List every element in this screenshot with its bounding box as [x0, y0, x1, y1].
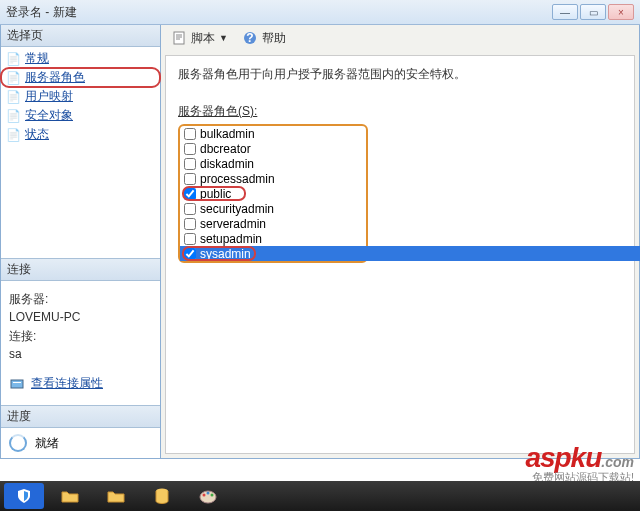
page-icon: 📄: [5, 127, 21, 143]
window-buttons: — ▭ ×: [552, 4, 634, 20]
svg-rect-2: [174, 32, 184, 44]
role-public[interactable]: public: [180, 186, 366, 201]
role-checkbox[interactable]: [184, 173, 196, 185]
nav-general-label: 常规: [25, 50, 49, 67]
svg-point-8: [207, 492, 210, 495]
nav-general[interactable]: 📄 常规: [1, 49, 160, 68]
role-name: serveradmin: [200, 217, 266, 231]
role-checkbox[interactable]: [184, 248, 196, 260]
progress-header: 进度: [1, 405, 160, 428]
nav-user-mapping[interactable]: 📄 用户映射: [1, 87, 160, 106]
content-panel: 服务器角色用于向用户授予服务器范围内的安全特权。 服务器角色(S): bulka…: [165, 55, 635, 454]
taskbar-shield-icon[interactable]: [4, 483, 44, 509]
role-checkbox[interactable]: [184, 203, 196, 215]
role-dbcreator[interactable]: dbcreator: [180, 141, 366, 156]
view-connection-link[interactable]: 查看连接属性: [9, 375, 152, 392]
role-processadmin[interactable]: processadmin: [180, 171, 366, 186]
role-name: securityadmin: [200, 202, 274, 216]
progress-circle-icon: [9, 434, 27, 452]
taskbar-folder-icon[interactable]: [50, 483, 90, 509]
nav-server-roles[interactable]: 📄 服务器角色: [1, 68, 160, 87]
role-bulkadmin[interactable]: bulkadmin: [180, 126, 366, 141]
nav-user-mapping-label: 用户映射: [25, 88, 73, 105]
role-checkbox[interactable]: [184, 158, 196, 170]
help-button[interactable]: ? 帮助: [242, 30, 286, 47]
svg-point-7: [203, 494, 206, 497]
role-name: public: [200, 187, 231, 201]
dropdown-icon: ▼: [219, 33, 228, 43]
right-pane: 脚本 ▼ ? 帮助 服务器角色用于向用户授予服务器范围内的安全特权。 服务器角色…: [161, 25, 639, 458]
role-checkbox[interactable]: [184, 188, 196, 200]
svg-rect-1: [13, 382, 21, 383]
taskbar: [0, 481, 640, 511]
role-checkbox[interactable]: [184, 233, 196, 245]
role-name: bulkadmin: [200, 127, 255, 141]
roles-highlight-box: bulkadmin dbcreator diskadmin processadm…: [178, 124, 368, 263]
page-icon: 📄: [5, 70, 21, 86]
page-icon: 📄: [5, 108, 21, 124]
watermark: aspku.com 免费网站源码下载站!: [525, 442, 634, 485]
nav-list: 📄 常规 📄 服务器角色 📄 用户映射 📄 安全对象 📄 状态: [1, 47, 160, 146]
progress-area: 就绪: [1, 428, 160, 458]
connection-icon: [9, 376, 25, 392]
role-diskadmin[interactable]: diskadmin: [180, 156, 366, 171]
taskbar-paint-icon[interactable]: [188, 483, 228, 509]
connection-info: 服务器: LOVEMU-PC 连接: sa 查看连接属性: [1, 281, 160, 405]
role-name: setupadmin: [200, 232, 262, 246]
main-area: 选择页 📄 常规 📄 服务器角色 📄 用户映射 📄 安全对象 📄 状态: [0, 25, 640, 459]
progress-status: 就绪: [35, 435, 59, 452]
role-name: sysadmin: [200, 247, 251, 261]
left-pane: 选择页 📄 常规 📄 服务器角色 📄 用户映射 📄 安全对象 📄 状态: [1, 25, 161, 458]
view-connection-label: 查看连接属性: [31, 375, 103, 392]
select-page-header: 选择页: [1, 25, 160, 47]
role-name: diskadmin: [200, 157, 254, 171]
page-icon: 📄: [5, 89, 21, 105]
role-name: processadmin: [200, 172, 275, 186]
nav-status[interactable]: 📄 状态: [1, 125, 160, 144]
title-bar: 登录名 - 新建 — ▭ ×: [0, 0, 640, 25]
toolbar: 脚本 ▼ ? 帮助: [161, 25, 639, 51]
script-button[interactable]: 脚本 ▼: [171, 30, 228, 47]
help-icon: ?: [242, 30, 258, 46]
conn-label: 连接:: [9, 328, 152, 345]
svg-rect-0: [11, 380, 23, 388]
role-checkbox[interactable]: [184, 218, 196, 230]
taskbar-db-icon[interactable]: [142, 483, 182, 509]
taskbar-folder2-icon[interactable]: [96, 483, 136, 509]
role-checkbox[interactable]: [184, 143, 196, 155]
maximize-button[interactable]: ▭: [580, 4, 606, 20]
role-setupadmin[interactable]: setupadmin: [180, 231, 366, 246]
page-icon: 📄: [5, 51, 21, 67]
roles-label: 服务器角色(S):: [178, 103, 622, 120]
nav-securables-label: 安全对象: [25, 107, 73, 124]
window-title: 登录名 - 新建: [6, 4, 552, 21]
connection-header: 连接: [1, 258, 160, 281]
script-label: 脚本: [191, 30, 215, 47]
watermark-brand: aspku: [525, 442, 601, 473]
nav-securables[interactable]: 📄 安全对象: [1, 106, 160, 125]
role-securityadmin[interactable]: securityadmin: [180, 201, 366, 216]
conn-value: sa: [9, 347, 152, 361]
minimize-button[interactable]: —: [552, 4, 578, 20]
svg-text:?: ?: [246, 31, 253, 45]
role-name: dbcreator: [200, 142, 251, 156]
role-checkbox[interactable]: [184, 128, 196, 140]
roles-list[interactable]: bulkadmin dbcreator diskadmin processadm…: [180, 126, 366, 261]
svg-point-9: [211, 494, 214, 497]
nav-server-roles-label: 服务器角色: [25, 69, 85, 86]
role-serveradmin[interactable]: serveradmin: [180, 216, 366, 231]
help-label: 帮助: [262, 30, 286, 47]
script-icon: [171, 30, 187, 46]
server-value: LOVEMU-PC: [9, 310, 152, 324]
description-text: 服务器角色用于向用户授予服务器范围内的安全特权。: [178, 66, 622, 83]
close-button[interactable]: ×: [608, 4, 634, 20]
server-label: 服务器:: [9, 291, 152, 308]
watermark-dotcom: .com: [601, 454, 634, 470]
nav-status-label: 状态: [25, 126, 49, 143]
role-sysadmin[interactable]: sysadmin: [180, 246, 640, 261]
